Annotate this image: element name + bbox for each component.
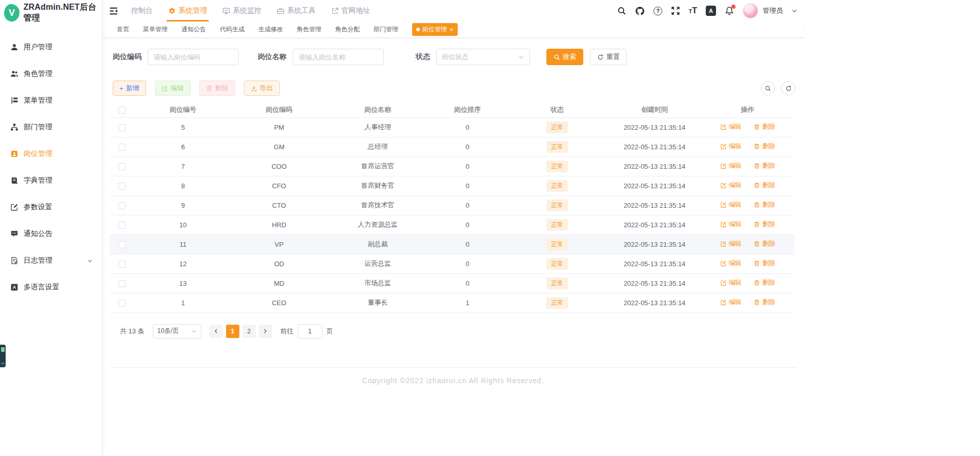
nav-item-system-monitor[interactable]: 系统监控 [215,0,269,22]
select-all-checkbox[interactable] [118,107,126,114]
table-row[interactable]: 12 OD 运营总监 0 正常 2022-05-13 21:35:14 编辑 删… [110,254,794,273]
reset-button[interactable]: 重置 [590,49,627,65]
row-checkbox[interactable] [118,124,126,131]
table-row[interactable]: 1 CEO 董事长 1 正常 2022-05-13 21:35:14 编辑 删除 [110,293,794,312]
help-icon[interactable]: ? [654,7,662,15]
page-number-button[interactable]: 2 [242,325,256,338]
add-button[interactable]: + 新增 [113,81,146,96]
tab[interactable]: 部门管理× [374,25,398,34]
nav-item-system-management[interactable]: 系统管理 [160,0,215,22]
bell-icon[interactable] [725,6,734,15]
next-page-button[interactable] [259,325,272,338]
page-number-button[interactable]: 1 [226,325,239,338]
row-checkbox[interactable] [118,202,126,209]
row-checkbox[interactable] [118,280,126,287]
tab[interactable]: 代码生成× [220,25,244,34]
table-row[interactable]: 7 COO 首席运营官 0 正常 2022-05-13 21:35:14 编辑 … [110,156,794,176]
sidebar-item-users[interactable]: 用户管理 [0,34,102,61]
row-checkbox[interactable] [118,222,126,229]
sidebar-item-languages[interactable]: A 多语言设置 [0,274,102,301]
chevron-down-icon [87,258,93,264]
row-checkbox[interactable] [118,261,126,268]
row-edit-button[interactable]: 编辑 [720,298,742,307]
tab[interactable]: 通知公告× [181,25,206,34]
table-row[interactable]: 5 PM 人事经理 0 正常 2022-05-13 21:35:14 编辑 删除 [110,117,794,137]
github-icon[interactable] [635,6,645,16]
collapsed-widget[interactable] [0,345,6,367]
row-delete-button[interactable]: 删除 [753,220,775,229]
row-delete-button[interactable]: 删除 [753,298,775,307]
top-menu: 控制台 系统管理 系统监控 系统工具 官网地址 [124,0,378,22]
row-checkbox[interactable] [118,300,126,307]
row-edit-button[interactable]: 编辑 [720,240,742,248]
tab[interactable]: 角色管理× [297,25,321,34]
table-row[interactable]: 6 GM 总经理 0 正常 2022-05-13 21:35:14 编辑 删除 [110,137,794,156]
language-switch-icon[interactable]: A [706,6,716,16]
row-edit-button[interactable]: 编辑 [720,181,742,190]
row-delete-button[interactable]: 删除 [753,142,775,151]
row-delete-button[interactable]: 删除 [753,240,775,248]
font-size-icon[interactable]: TT [689,6,697,15]
table-row[interactable]: 9 CTO 首席技术官 0 正常 2022-05-13 21:35:14 编辑 … [110,195,794,215]
row-edit-button[interactable]: 编辑 [720,123,742,131]
row-delete-button[interactable]: 删除 [753,201,775,209]
sidebar-item-dictionary[interactable]: 字典管理 [0,167,102,194]
search-icon[interactable] [617,6,626,15]
status-select[interactable]: 岗位状态 [436,49,530,65]
nav-item-console[interactable]: 控制台 [124,0,160,22]
row-edit-button[interactable]: 编辑 [720,142,742,151]
delete-button[interactable]: 删除 [199,81,235,96]
sidebar-item-parameters[interactable]: 参数设置 [0,194,102,221]
row-checkbox[interactable] [118,241,126,248]
fullscreen-icon[interactable] [671,6,680,15]
row-delete-button[interactable]: 删除 [753,259,775,268]
app-logo[interactable]: V ZRAdmin.NET后台管理 [0,0,102,26]
tab[interactable]: 角色分配× [335,25,360,34]
tab[interactable]: 菜单管理× [143,25,168,34]
tab[interactable]: 生成修改× [258,25,283,34]
table-row[interactable]: 11 VP 副总裁 0 正常 2022-05-13 21:35:14 编辑 删除 [110,234,794,254]
sidebar-item-notices[interactable]: 通知公告 [0,221,102,247]
page-size-select[interactable]: 10条/页 [153,324,201,339]
trash-icon [753,202,760,208]
prev-page-button[interactable] [210,325,223,338]
chevron-down-icon[interactable] [791,8,798,14]
sidebar-item-roles[interactable]: 角色管理 [0,61,102,87]
sidebar-item-posts[interactable]: 岗位管理 [0,141,102,167]
row-delete-button[interactable]: 删除 [753,123,775,131]
nav-item-official-site[interactable]: 官网地址 [323,0,378,22]
row-edit-button[interactable]: 编辑 [720,259,742,268]
tab[interactable]: 首页× [117,25,129,34]
row-delete-button[interactable]: 删除 [753,181,775,190]
tab-label: 角色分配 [335,25,360,34]
row-checkbox[interactable] [118,183,126,190]
sidebar-toggle-icon[interactable] [109,6,118,16]
user-name[interactable]: 管理员 [763,6,783,15]
nav-item-system-tools[interactable]: 系统工具 [269,0,323,22]
row-checkbox[interactable] [118,144,126,151]
row-edit-button[interactable]: 编辑 [720,201,742,209]
sidebar-item-logs[interactable]: 日志管理 [0,247,102,274]
row-edit-button[interactable]: 编辑 [720,220,742,229]
edit-button[interactable]: 编辑 [155,81,191,96]
table-row[interactable]: 10 HRD 人力资源总监 0 正常 2022-05-13 21:35:14 编… [110,215,794,234]
row-edit-button[interactable]: 编辑 [720,279,742,287]
export-button[interactable]: 导出 [244,81,280,96]
sidebar-item-departments[interactable]: 部门管理 [0,114,102,141]
row-checkbox[interactable] [118,163,126,170]
refresh-icon[interactable] [781,81,795,95]
row-delete-button[interactable]: 删除 [753,279,775,287]
goto-page-input[interactable] [298,324,322,339]
row-delete-button[interactable]: 删除 [753,162,775,170]
avatar[interactable] [743,3,758,18]
sidebar-item-menus[interactable]: 菜单管理 [0,87,102,114]
table-row[interactable]: 8 CFO 首席财务官 0 正常 2022-05-13 21:35:14 编辑 … [110,176,794,195]
post-name-input[interactable] [293,49,384,65]
post-code-input[interactable] [148,49,239,65]
table-row[interactable]: 13 MD 市场总监 0 正常 2022-05-13 21:35:14 编辑 删… [110,273,794,293]
tab[interactable]: 岗位管理× [412,23,458,36]
row-edit-button[interactable]: 编辑 [720,162,742,170]
search-button[interactable]: 搜索 [546,49,583,65]
tab-close-icon[interactable]: × [450,26,454,33]
show-search-icon[interactable] [761,81,775,95]
